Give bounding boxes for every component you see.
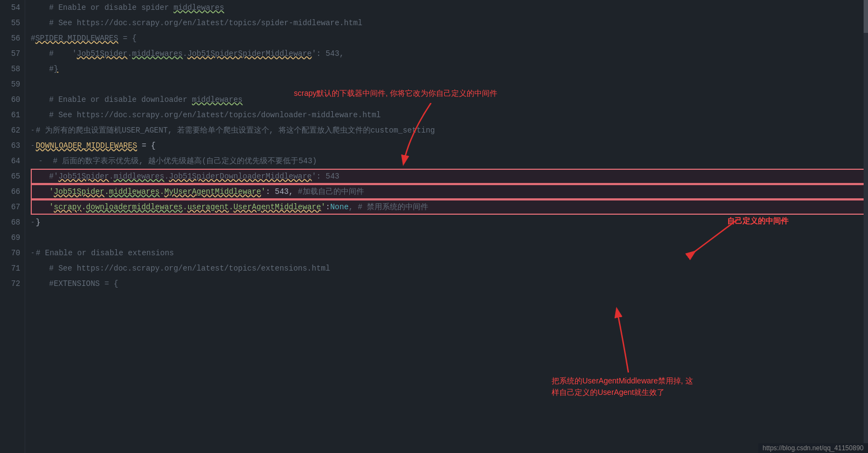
code-line-64: - # 后面的数字表示优先级, 越小优先级越高(自己定义的优先级不要低于543) [31,153,868,169]
ln-68: 68 [4,215,20,230]
scrollbar-thumb[interactable] [864,0,868,33]
code-line-66: 'Job51Spider.middlewares.MyUserAgentMidd… [31,184,868,199]
code-line-55: # See https://doc.scrapy.org/en/latest/t… [31,15,868,31]
code-line-69 [31,230,868,245]
ln-57: 57 [4,46,20,61]
code-line-72: #EXTENSIONS = { [31,276,868,291]
code-line-59 [31,77,868,92]
ln-58: 58 [4,61,20,77]
ln-70: 70 [4,245,20,261]
code-line-57: # 'Job51Spider.middlewares.Job51SpiderSp… [31,46,868,61]
code-line-68: -} [31,215,868,230]
url-bar: https://blog.csdn.net/qq_41150890 [758,443,868,453]
code-line-70: -# Enable or disable extensions [31,245,868,261]
ln-54: 54 [4,0,20,15]
ln-59: 59 [4,77,20,92]
ln-61: 61 [4,107,20,123]
ln-56: 56 [4,31,20,46]
ln-63: 63 [4,138,20,153]
ln-62: 62 [4,123,20,138]
scrollbar[interactable] [864,0,868,453]
arrow-3 [606,307,650,378]
code-line-63: -DOWNLOADER_MIDDLEWARES = { [31,138,868,153]
ln-66: 66 [4,184,20,199]
code-editor: 54 55 56 57 58 59 60 61 62 63 64 65 66 6… [0,0,868,453]
annotation-3: 把系统的UserAgentMiddleware禁用掉, 这样自己定义的UserA… [552,375,693,398]
code-line-67: 'scrapy.downloadermiddlewares.useragent.… [31,199,868,215]
ln-72: 72 [4,276,20,291]
code-line-62: -# 为所有的爬虫设置随机USER_AGENT, 若需要给单个爬虫设置这个, 将… [31,123,868,138]
code-line-61: # See https://doc.scrapy.org/en/latest/t… [31,107,868,123]
ln-55: 55 [4,15,20,31]
ln-60: 60 [4,92,20,107]
code-content: # Enable or disable spider middlewares #… [25,0,868,453]
ln-64: 64 [4,153,20,169]
ln-67: 67 [4,199,20,215]
line-numbers: 54 55 56 57 58 59 60 61 62 63 64 65 66 6… [0,0,25,453]
ln-71: 71 [4,261,20,276]
ln-65: 65 [4,169,20,184]
code-line-54: # Enable or disable spider middlewares [31,0,868,15]
code-line-58: #} [31,61,868,77]
code-line-56: #SPIDER_MIDDLEWARES = { [31,31,868,46]
code-line-71: # See https://doc.scrapy.org/en/latest/t… [31,261,868,276]
code-line-60: # Enable or disable downloader middlewar… [31,92,868,107]
code-line-65: #'Job51Spider.middlewares.Job51SpiderDow… [31,169,868,184]
ln-69: 69 [4,230,20,245]
